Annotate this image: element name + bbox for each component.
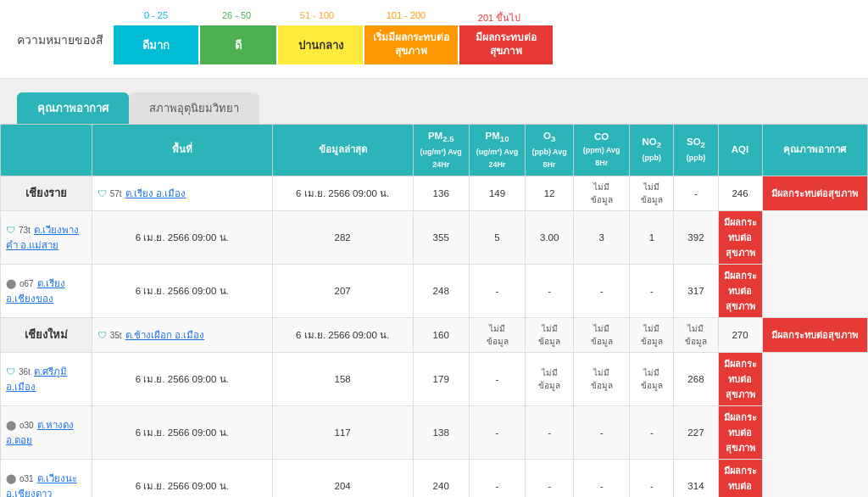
date-cell: 6 เม.ย. 2566 09:00 น. [272,317,413,352]
co-cell: ไม่มีข้อมูล [574,176,630,210]
shield-icon: 🛡 [6,366,15,377]
aqi-cell: 246 [718,176,762,210]
station-link[interactable]: ต.เวียงพางคำ อ.แม่สาย [6,225,79,250]
pm25-cell: 207 [272,264,413,317]
pm10-cell: 149 [469,176,525,210]
so2-cell: 1 [630,210,674,264]
o3-cell: 12 [526,176,574,210]
col-latest-data: ข้อมูลล่าสุด [272,125,413,176]
tab-meteorology[interactable]: สภาพอุตุนิยมวิทยา [129,92,259,124]
station-id: 57t [110,189,122,198]
legend-range-5: 201 ขึ้นไป [453,10,546,25]
col-aqi: AQI [718,125,762,176]
shield-icon: 🛡 [97,188,107,198]
table-row: ⬤o31ต.เวียงนะ อ.เชียงดาว6 เม.ย. 2566 09:… [1,459,868,497]
tabs-row: คุณภาพอากาศ สภาพอุตุนิยมวิทยา [0,79,868,124]
col-co-sub: (ppm) Avg 8Hr [583,146,620,167]
table-row: เชียงราย🛡57tต.เรียง อ.เมือง6 เม.ย. 2566 … [1,176,868,210]
table-row: เชียงใหม่🛡35tต.ช้างเผือก อ.เมือง6 เม.ย. … [1,317,868,352]
date-cell: 6 เม.ย. 2566 09:00 น. [92,459,272,497]
so2-cell: - [674,176,718,210]
status-cell: มีผลกระทบต่อสุขภาพ [718,459,762,497]
pm25-cell: 158 [272,352,413,405]
no2-cell: - [574,264,630,317]
co-cell: ไม่มีข้อมูล [526,352,574,405]
date-cell: 6 เม.ย. 2566 09:00 น. [92,405,272,459]
co-cell: ไม่มีข้อมูล [574,317,630,352]
date-cell: 6 เม.ย. 2566 09:00 น. [272,176,413,210]
status-cell: มีผลกระทบต่อสุขภาพ [762,176,867,210]
so2-cell: ไม่มีข้อมูล [674,317,718,352]
legend-range-2: 26 - 50 [198,10,275,25]
so2-cell: - [630,405,674,459]
table-row: 🛡73tต.เวียงพางคำ อ.แม่สาย6 เม.ย. 2566 09… [1,210,868,264]
legend-section: ความหมายของสี 0 - 25 26 - 50 51 - 100 10… [0,0,868,79]
pm25-cell: 160 [413,317,469,352]
station-link[interactable]: ต.ช้างเผือก อ.เมือง [125,330,205,340]
col-o3-sub: (ppb) Avg 8Hr [531,148,566,169]
col-pm25-sub: (ug/m³) Avg 24Hr [420,148,462,169]
legend-range-1: 0 - 25 [114,10,198,25]
col-no2: NO2(ppb) [630,125,674,176]
station-cell: 🛡73tต.เวียงพางคำ อ.แม่สาย [1,210,92,264]
col-o3: O3(ppb) Avg 8Hr [526,125,574,176]
date-cell: 6 เม.ย. 2566 09:00 น. [92,264,272,317]
tabs-section: คุณภาพอากาศ สภาพอุตุนิยมวิทยา [0,79,868,124]
o3-cell: ไม่มีข้อมูล [526,317,574,352]
station-link[interactable]: ต.เวียงนะ อ.เชียงดาว [6,473,77,497]
region-cell: เชียงราย [1,176,92,210]
date-cell: 6 เม.ย. 2566 09:00 น. [92,352,272,405]
aqi-cell: 270 [718,317,762,352]
station-id: o30 [19,421,34,430]
station-id: o31 [19,474,34,483]
o3-cell: - [469,352,525,405]
station-cell: 🛡35tต.ช้างเผือก อ.เมือง [92,317,272,352]
status-cell: มีผลกระทบต่อสุขภาพ [718,264,762,317]
no2-cell: - [574,459,630,497]
station-cell: ⬤o31ต.เวียงนะ อ.เชียงดาว [1,459,92,497]
no2-cell: ไม่มีข้อมูล [574,352,630,405]
station-cell: 🛡36tต.ศรีภูมิ อ.เมือง [1,352,92,405]
legend-box-4: เริ่มมีผลกระทบต่อสุขภาพ [364,25,458,64]
legend-label: ความหมายของสี [17,10,103,49]
status-cell: มีผลกระทบต่อสุขภาพ [718,405,762,459]
table-row: 🛡36tต.ศรีภูมิ อ.เมือง6 เม.ย. 2566 09:00 … [1,352,868,405]
legend-box-5: มีผลกระทบต่อสุขภาพ [459,25,553,64]
tab-air-quality[interactable]: คุณภาพอากาศ [17,92,129,124]
col-station: พื้นที่ [92,125,272,176]
main-table: พื้นที่ ข้อมูลล่าสุด PM2.5(ug/m³) Avg 24… [0,124,868,497]
pm25-cell: 117 [272,405,413,459]
co-cell: 3.00 [526,210,574,264]
pm10-cell: 240 [413,459,469,497]
legend-box-3: ปานกลาง [278,25,363,64]
circle-icon: ⬤ [6,473,16,483]
no2-cell: ไม่มีข้อมูล [630,176,674,210]
col-pm10-sub: (ug/m³) Avg 24Hr [476,148,518,169]
co-cell: - [526,459,574,497]
station-cell: ⬤o30ต.หางดง อ.ดอย [1,405,92,459]
station-id: 73t [19,226,31,235]
no2-cell: ไม่มีข้อมูล [630,317,674,352]
no2-cell: 3 [574,210,630,264]
aqi-cell: 317 [674,264,718,317]
aqi-cell: 314 [674,459,718,497]
station-link[interactable]: ต.เรียง อ.เมือง [125,188,186,198]
status-cell: มีผลกระทบต่อสุขภาพ [718,210,762,264]
aqi-cell: 392 [674,210,718,264]
legend-box-1: ดีมาก [114,25,198,64]
so2-cell: - [630,264,674,317]
date-cell: 6 เม.ย. 2566 09:00 น. [92,210,272,264]
so2-cell: ไม่มีข้อมูล [630,352,674,405]
table-row: ⬤o30ต.หางดง อ.ดอย6 เม.ย. 2566 09:00 น.11… [1,405,868,459]
region-cell: เชียงใหม่ [1,317,92,352]
aqi-cell: 227 [674,405,718,459]
station-id: 36t [19,367,31,377]
legend-range-3: 51 - 100 [275,10,359,25]
legend-box-2: ดี [200,25,276,64]
station-id: 35t [110,331,122,340]
col-so2-sub: (ppb) [687,154,706,162]
table-wrapper: พื้นที่ ข้อมูลล่าสุด PM2.5(ug/m³) Avg 24… [0,124,868,497]
o3-cell: - [469,405,525,459]
co-cell: - [526,264,574,317]
col-co: CO(ppm) Avg 8Hr [574,125,630,176]
